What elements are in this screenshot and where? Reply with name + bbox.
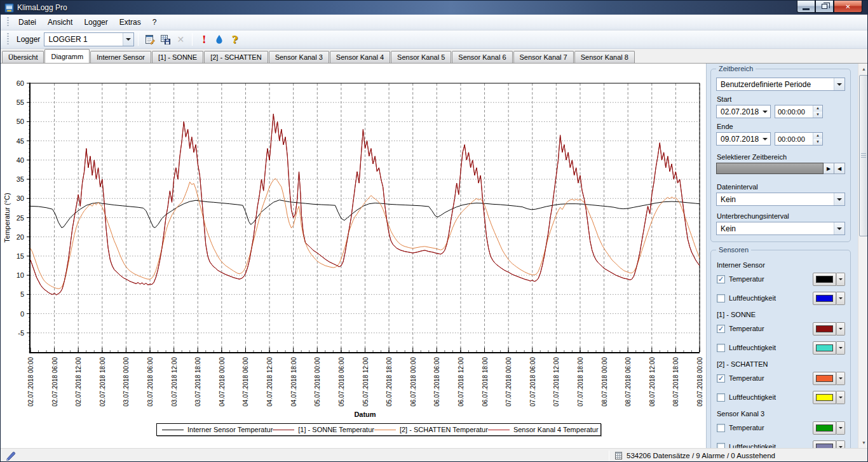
unterbrechungsinterval-combobox[interactable]: Kein xyxy=(716,222,845,235)
x-tick-label: 09.07.2018 00:00 xyxy=(696,357,703,407)
color-swatch[interactable] xyxy=(813,292,836,305)
color-swatch[interactable] xyxy=(813,391,836,404)
unchecked-checkbox[interactable] xyxy=(717,393,725,402)
scroll-down-button[interactable]: ▼ xyxy=(858,437,868,448)
end-date-arrow[interactable] xyxy=(759,133,770,145)
color-dropdown-arrow[interactable] xyxy=(836,292,845,305)
scrollbar-thumb[interactable] xyxy=(859,75,868,236)
unterbrechungsinterval-arrow[interactable] xyxy=(834,222,844,234)
y-tick-label: 60 xyxy=(17,79,24,87)
checked-checkbox[interactable]: ✓ xyxy=(717,374,725,383)
color-dropdown-arrow[interactable] xyxy=(836,421,845,435)
menu-?[interactable]: ? xyxy=(147,15,163,29)
color-dropdown-arrow[interactable] xyxy=(836,322,845,336)
menu-extras[interactable]: Extras xyxy=(114,15,147,29)
time-range-selector[interactable]: ▶ ◀ xyxy=(716,163,845,174)
sensor-group-sensor-kanal-3: Sensor Kanal 3 xyxy=(717,410,845,418)
unchecked-checkbox[interactable] xyxy=(717,424,725,432)
tab-sensor-kanal-4[interactable]: Sensor Kanal 4 xyxy=(330,51,390,63)
color-picker-button[interactable] xyxy=(813,440,845,449)
start-date-arrow[interactable] xyxy=(759,105,770,118)
tab-sensor-kanal-5[interactable]: Sensor Kanal 5 xyxy=(391,51,451,63)
unchecked-checkbox[interactable] xyxy=(717,294,725,302)
sidebar-scrollbar[interactable]: ▲ ▼ xyxy=(858,64,868,448)
alarm-button[interactable]: ! xyxy=(196,32,212,47)
end-time-field[interactable]: 00:00:00 ▲ ▼ xyxy=(775,132,823,146)
sensor-row-label: Temperatur xyxy=(729,275,813,283)
tab-sensor-kanal-3[interactable]: Sensor Kanal 3 xyxy=(269,51,329,63)
period-combobox-value: Benutzerdefinierte Periode xyxy=(717,80,834,89)
color-swatch[interactable] xyxy=(813,273,836,286)
color-picker-button[interactable] xyxy=(813,391,845,404)
menu-logger[interactable]: Logger xyxy=(78,15,113,29)
tab--2-schatten[interactable]: [2] - SCHATTEN xyxy=(204,51,268,63)
tab--1-sonne[interactable]: [1] - SONNE xyxy=(152,51,203,63)
color-picker-button[interactable] xyxy=(813,341,845,355)
color-picker-button[interactable] xyxy=(813,273,845,286)
end-time-spinner[interactable]: ▲ ▼ xyxy=(813,133,822,145)
menu-ansicht[interactable]: Ansicht xyxy=(42,15,78,29)
color-dropdown-arrow[interactable] xyxy=(836,341,845,355)
unchecked-checkbox[interactable] xyxy=(717,344,725,352)
start-date-picker[interactable]: 02.07.2018 xyxy=(716,105,771,118)
logger-combobox-arrow[interactable] xyxy=(123,33,133,46)
end-date-picker[interactable]: 09.07.2018 xyxy=(716,132,771,146)
swatch-color xyxy=(816,375,833,382)
scroll-up-button[interactable]: ▲ xyxy=(858,64,868,74)
color-swatch[interactable] xyxy=(813,372,836,385)
logger-combobox[interactable]: LOGGER 1 xyxy=(44,32,134,46)
x-tick-label: 04.07.2018 06:00 xyxy=(242,357,249,407)
close-icon: ✕ xyxy=(845,3,850,10)
help-button[interactable]: ? xyxy=(227,32,242,47)
dateninterval-arrow[interactable] xyxy=(834,193,844,205)
delete-button[interactable]: ✕ xyxy=(173,32,188,47)
chevron-down-icon xyxy=(839,397,843,398)
spinner-down-icon[interactable]: ▼ xyxy=(813,139,822,146)
start-time-spinner[interactable]: ▲ ▼ xyxy=(813,105,822,118)
tab-sensor-kanal-8[interactable]: Sensor Kanal 8 xyxy=(574,51,635,63)
y-tick-label: 45 xyxy=(17,137,24,145)
close-button[interactable]: ✕ xyxy=(834,1,862,13)
range-back-button[interactable]: ◀ xyxy=(834,163,845,174)
color-picker-button[interactable] xyxy=(813,322,845,336)
color-picker-button[interactable] xyxy=(813,372,845,385)
restore-button[interactable] xyxy=(815,1,834,13)
menu-datei[interactable]: Datei xyxy=(13,15,42,29)
color-dropdown-arrow[interactable] xyxy=(836,391,845,404)
end-date-value: 09.07.2018 xyxy=(717,135,759,144)
spinner-down-icon[interactable]: ▼ xyxy=(813,112,822,118)
properties-button[interactable] xyxy=(142,32,158,47)
tab-interner-sensor[interactable]: Interner Sensor xyxy=(90,51,151,63)
unchecked-checkbox[interactable] xyxy=(717,443,725,449)
color-dropdown-arrow[interactable] xyxy=(836,372,845,385)
period-combobox-arrow[interactable] xyxy=(834,78,844,90)
tab-diagramm[interactable]: Diagramm xyxy=(44,49,90,63)
start-time-field[interactable]: 00:00:00 ▲ ▼ xyxy=(775,105,823,118)
dateninterval-combobox[interactable]: Kein xyxy=(716,193,845,206)
export-button[interactable] xyxy=(158,32,173,47)
color-swatch[interactable] xyxy=(813,440,836,449)
x-tick-label: 04.07.2018 00:00 xyxy=(219,357,226,407)
temperature-chart[interactable]: 605550454035302520151050-502.07.2018 00:… xyxy=(1,64,706,448)
color-dropdown-arrow[interactable] xyxy=(836,273,845,286)
tab-sensor-kanal-6[interactable]: Sensor Kanal 6 xyxy=(452,51,512,63)
color-swatch[interactable] xyxy=(813,341,836,355)
tab-sensor-kanal-7[interactable]: Sensor Kanal 7 xyxy=(513,51,574,63)
time-range-track[interactable] xyxy=(716,163,824,174)
checked-checkbox[interactable]: ✓ xyxy=(717,275,725,283)
spinner-up-icon[interactable]: ▲ xyxy=(813,105,822,112)
checked-checkbox[interactable]: ✓ xyxy=(717,325,725,333)
minimize-button[interactable] xyxy=(797,1,815,13)
color-swatch[interactable] xyxy=(813,322,836,336)
x-tick-label: 08.07.2018 18:00 xyxy=(672,357,679,407)
color-swatch[interactable] xyxy=(813,421,836,435)
range-forward-button[interactable]: ▶ xyxy=(824,163,834,174)
period-combobox[interactable]: Benutzerdefinierte Periode xyxy=(716,78,845,91)
color-picker-button[interactable] xyxy=(813,421,845,435)
color-dropdown-arrow[interactable] xyxy=(836,440,845,449)
pen-icon xyxy=(5,451,17,461)
tab--bersicht[interactable]: Übersicht xyxy=(2,51,44,63)
spinner-up-icon[interactable]: ▲ xyxy=(813,133,822,139)
color-picker-button[interactable] xyxy=(813,292,845,305)
humidity-button[interactable] xyxy=(212,32,227,47)
